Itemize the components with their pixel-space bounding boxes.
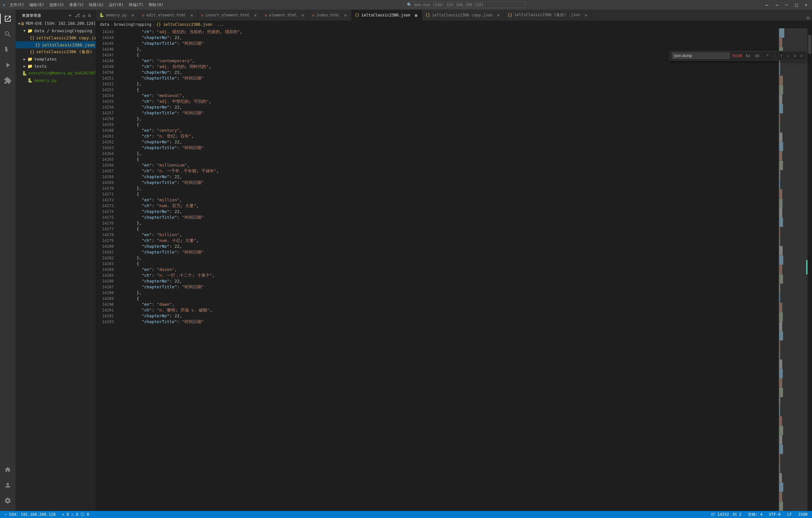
menu-view[interactable]: 查看(V) [67, 2, 87, 8]
tab-bar-end: ⧉ [804, 16, 812, 21]
line-number-14283: 14283 [96, 261, 114, 267]
menu-run[interactable]: 运行(R) [106, 2, 126, 8]
find-close-btn[interactable]: ✕ [799, 53, 804, 59]
tab-edit-close[interactable]: ✕ [189, 12, 194, 18]
breadcrumb-browsing[interactable]: browsingCropping [114, 22, 151, 27]
menu-help[interactable]: 帮助(H) [146, 2, 166, 8]
code-line-14255: "ch": "adj. 中世纪的; 守旧的", [121, 98, 779, 104]
tab-element-html[interactable]: ◇ element.html ✕ [262, 10, 309, 21]
sidebar-item-ielts-copy[interactable]: {} ieltsClassic2386 copy.json [16, 34, 96, 41]
line-number-14243: 14243 [96, 29, 114, 35]
sidebar-item-memory[interactable]: 🐍 memory.py [16, 77, 96, 84]
collapse-icon[interactable]: ⊟ [87, 12, 92, 19]
scrollbar-track[interactable] [808, 28, 812, 511]
new-file-icon[interactable]: + [68, 12, 72, 19]
nav-back-btn[interactable]: ← [764, 2, 770, 7]
search-bar[interactable]: 🔍 mem-eve [SSH: 192.168.200.128] [403, 2, 526, 8]
status-spaces[interactable]: 空格: 4 [747, 512, 764, 517]
tab-ielts-backup[interactable]: {} ieltsClassic2386 (备份) .json ✕ [504, 10, 592, 21]
search-activity-icon[interactable] [0, 26, 16, 42]
run-activity-icon[interactable] [0, 57, 16, 73]
status-line-ending[interactable]: LF [786, 512, 793, 517]
status-error-count: 0 [67, 512, 71, 517]
menu-terminal[interactable]: 终端(T) [126, 2, 146, 8]
title-bar-right: ← → ─ □ ✕ [764, 2, 809, 7]
extensions-activity-icon[interactable] [0, 73, 16, 88]
sidebar-item-data[interactable]: ▼ 📁 data / browsingCropping [16, 27, 96, 34]
tab-memory-py-close[interactable]: ✕ [130, 12, 135, 18]
minimize-btn[interactable]: ─ [783, 2, 790, 7]
sidebar-item-tests[interactable]: ▶ 📁 tests [16, 62, 96, 69]
tab-element-label: element.html [269, 13, 297, 18]
line-number-14254: 14254 [96, 93, 114, 98]
sidebar-label-ielts-backup: ieltsClassic2386 (备份) .json [36, 49, 96, 55]
minimap-slider[interactable] [779, 28, 808, 511]
find-match-case-btn[interactable]: Aa [744, 53, 751, 59]
status-ssh[interactable]: ⚡ SSH: 192.168.200.128 [3, 512, 57, 517]
maximize-btn[interactable]: □ [793, 2, 800, 7]
tab-edit-element[interactable]: ◇ edit_element.html ✕ [139, 10, 198, 21]
tab-ielts-json[interactable]: {} ieltsClassic2386.json ● [352, 10, 422, 21]
tab-element-close[interactable]: ✕ [300, 12, 306, 18]
new-folder-icon[interactable]: ⎇ [74, 12, 81, 19]
line-number-14263: 14263 [96, 145, 114, 151]
status-errors[interactable]: ✕ 0 ⚠ 0 ⓘ 0 [61, 512, 90, 517]
line-number-14275: 14275 [96, 215, 114, 220]
breadcrumb-more[interactable]: ... [217, 22, 224, 27]
line-number-14255: 14255 [96, 98, 114, 104]
sidebar-item-templates[interactable]: ▶ 📁 templates [16, 55, 96, 62]
menu-goto[interactable]: 转跳(G) [86, 2, 106, 8]
account-activity-icon[interactable] [0, 478, 16, 493]
sidebar-label-memory: memory.py [34, 78, 57, 83]
settings-activity-icon[interactable] [0, 493, 16, 508]
tab-insert-element[interactable]: ◇ insert_element.html ✕ [198, 10, 262, 21]
remote-activity-icon[interactable] [0, 462, 16, 478]
minimap[interactable] [779, 28, 808, 511]
sidebar-label-everything: everythingMemory.py_bak20230716 [28, 71, 96, 75]
find-select-all-btn[interactable]: ≡ [793, 54, 797, 58]
find-prev-btn[interactable]: ↑ [779, 53, 784, 59]
menu-select[interactable]: 选择(S) [47, 2, 67, 8]
tab-ielts-close[interactable]: ● [413, 12, 418, 18]
tab-index-close[interactable]: ✕ [343, 12, 348, 18]
explorer-activity-icon[interactable] [0, 11, 16, 26]
find-next-btn[interactable]: ↓ [786, 53, 791, 59]
menu-file[interactable]: 文件(F) [7, 2, 27, 8]
source-control-activity-icon[interactable] [0, 42, 16, 57]
sidebar-item-ielts-backup[interactable]: {} ieltsClassic2386 (备份) .json [16, 48, 96, 55]
ielts-backup-file-icon: {} [30, 49, 35, 55]
status-encoding[interactable]: UTF-8 [768, 512, 782, 517]
menu-edit[interactable]: 编辑(E) [27, 2, 47, 8]
status-line-col[interactable]: 行 14332，列 2 [710, 512, 743, 517]
breadcrumb-file[interactable]: {} ieltsClassic2386.json [156, 22, 212, 27]
refresh-icon[interactable]: ↺ [82, 12, 86, 19]
sidebar: 资源管理器 + ⎇ ↺ ⊟ ▼ 🖥 MEM-EVE [SSH: 192.168.… [16, 10, 96, 511]
find-regex-btn[interactable]: .* [763, 53, 770, 59]
code-line-14254: "en": "medieval", [121, 93, 779, 98]
sidebar-item-ielts-json[interactable]: {} ieltsClassic2386.json [16, 41, 96, 48]
breadcrumb-data[interactable]: data [100, 22, 109, 27]
memory-file-icon: 🐍 [27, 77, 33, 83]
nav-forward-btn[interactable]: → [773, 2, 780, 7]
close-btn[interactable]: ✕ [803, 2, 809, 7]
tab-ielts-backup-close[interactable]: ✕ [584, 12, 589, 18]
sidebar-header-actions: + ⎇ ↺ ⊟ [68, 12, 92, 19]
code-line-14279: "ch": "num. 十亿; 大量", [121, 238, 779, 244]
tab-layout-split-icon[interactable]: ⧉ [807, 16, 809, 21]
tab-insert-label: insert_element.html [205, 13, 250, 18]
tab-memory-py[interactable]: 🐍 memory.py ✕ [96, 10, 139, 21]
tab-ielts-copy-close[interactable]: ✕ [496, 12, 501, 18]
find-input[interactable] [672, 53, 730, 59]
tab-index-html[interactable]: ◇ index.html ✕ [309, 10, 352, 21]
breadcrumb-sep-1: › [111, 22, 113, 27]
code-area[interactable]: "ch": "adj. 现任的; 当前的; 托彼的, 现存的", "chapte… [117, 28, 779, 511]
find-match-word-btn[interactable]: ab [754, 53, 761, 59]
sidebar-item-root[interactable]: ▼ 🖥 MEM-EVE [SSH: 192.168.200.128] [16, 20, 96, 27]
code-line-14249: "ch": "adj. 当代的; 同时代的", [121, 64, 779, 69]
title-bar-menu: 文件(F) 编辑(E) 选择(S) 查看(V) 转跳(G) 运行(R) 终端(T… [7, 2, 166, 8]
status-language[interactable]: JSON [797, 512, 809, 517]
sidebar-item-everything[interactable]: 🐍 everythingMemory.py_bak20230716 [16, 69, 96, 77]
tab-insert-close[interactable]: ✕ [253, 12, 258, 18]
scrollbar-thumb[interactable] [808, 35, 811, 54]
tab-ielts-copy[interactable]: {} ieltsClassic2386 copy.json ✕ [422, 10, 504, 21]
